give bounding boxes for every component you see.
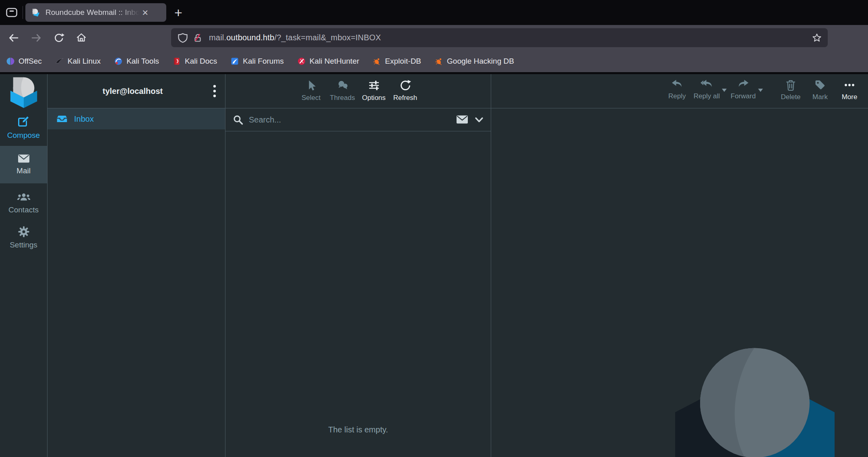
delete-button[interactable]: Delete — [778, 79, 804, 101]
refresh-button[interactable]: Refresh — [393, 79, 418, 108]
reload-button[interactable] — [52, 31, 66, 45]
bug-icon — [434, 57, 443, 66]
account-name: tyler@localhost — [48, 87, 204, 96]
browser-nav-bar: mail.outbound.htb/?_task=mail&_mbox=INBO… — [0, 25, 868, 50]
bookmark-kali-linux[interactable]: Kali Linux — [55, 57, 101, 66]
folder-pane: tyler@localhost Inbox — [48, 74, 225, 457]
url-bar[interactable]: mail.outbound.htb/?_task=mail&_mbox=INBO… — [171, 28, 828, 47]
folder-pane-header: tyler@localhost — [48, 74, 225, 108]
roundcube-watermark-logo — [667, 348, 844, 457]
tab-close-button[interactable]: × — [142, 7, 148, 18]
browser-tab-bar: Roundcube Webmail :: Inbox × + — [0, 0, 868, 25]
forward-icon — [31, 32, 42, 44]
trash-icon — [784, 79, 797, 91]
compose-icon — [17, 115, 30, 128]
browser-tab[interactable]: Roundcube Webmail :: Inbox × — [25, 3, 166, 22]
reply-all-icon — [700, 79, 713, 90]
mark-button[interactable]: Mark — [807, 79, 833, 101]
folder-actions-button[interactable] — [204, 84, 225, 98]
bookmark-google-hacking-db[interactable]: Google Hacking DB — [434, 57, 514, 66]
sidebar-item-label: Contacts — [8, 206, 39, 214]
list-toolbar: Select Threads Options Refresh — [225, 74, 491, 108]
more-button[interactable]: More — [837, 79, 862, 101]
kali-nethunter-icon — [297, 57, 306, 66]
kali-docs-icon — [172, 57, 181, 66]
bookmark-label: Kali Linux — [68, 57, 101, 66]
back-button[interactable] — [6, 31, 21, 45]
sidebar-item-settings[interactable]: Settings — [0, 223, 47, 251]
tag-icon — [814, 79, 826, 91]
content-toolbar: Reply Reply all Forward — [491, 74, 868, 108]
kebab-menu-icon — [213, 84, 217, 98]
empty-list-message: The list is empty. — [225, 425, 491, 434]
select-button[interactable]: Select — [298, 79, 324, 108]
contacts-icon — [17, 192, 31, 203]
firefox-view-icon — [6, 7, 18, 18]
bookmark-star-button[interactable] — [812, 33, 822, 43]
home-button[interactable] — [74, 31, 89, 45]
kali-tools-icon — [114, 57, 123, 66]
bookmark-label: Google Hacking DB — [447, 57, 514, 66]
bookmark-label: Kali NetHunter — [310, 57, 360, 66]
inbox-icon — [56, 114, 68, 124]
threads-button[interactable]: Threads — [330, 79, 355, 108]
search-bar — [225, 108, 491, 131]
chevron-down-icon — [475, 116, 484, 123]
firefox-view-button[interactable] — [2, 4, 21, 21]
options-sliders-icon — [368, 79, 380, 92]
message-list-body: The list is empty. — [225, 131, 491, 457]
bookmark-kali-nethunter[interactable]: Kali NetHunter — [297, 57, 360, 66]
reply-all-dropdown-button[interactable] — [722, 89, 727, 92]
url-domain: outbound.htb — [226, 33, 274, 42]
sidebar-item-contacts[interactable]: Contacts — [0, 190, 47, 216]
new-tab-button[interactable]: + — [174, 6, 182, 19]
bookmark-label: Exploit-DB — [385, 57, 421, 66]
sidebar-item-compose[interactable]: Compose — [0, 114, 47, 141]
reply-button[interactable]: Reply — [664, 79, 690, 100]
url-text: mail.outbound.htb/?_task=mail&_mbox=INBO… — [209, 33, 381, 42]
roundcube-app: Compose Mail Contacts Settings tyler@loc… — [0, 74, 868, 457]
select-cursor-icon — [305, 79, 318, 92]
message-content-pane: Reply Reply all Forward — [491, 74, 868, 457]
taskmenu-sidebar: Compose Mail Contacts Settings — [0, 74, 48, 457]
offsec-icon — [6, 57, 15, 66]
forward-button[interactable] — [29, 31, 43, 45]
reload-icon — [53, 32, 64, 44]
bookmark-offsec[interactable]: OffSec — [6, 57, 42, 66]
reply-all-button[interactable]: Reply all — [694, 79, 720, 100]
search-icon — [233, 114, 243, 125]
bookmark-label: Kali Forums — [243, 57, 283, 66]
options-button[interactable]: Options — [361, 79, 387, 108]
search-input[interactable] — [249, 115, 451, 125]
insecure-lock-icon[interactable] — [193, 33, 203, 43]
tracking-shield-icon[interactable] — [178, 33, 188, 43]
gear-icon — [18, 226, 30, 238]
roundcube-logo[interactable] — [0, 75, 47, 108]
bookmark-label: Kali Docs — [185, 57, 217, 66]
bookmark-kali-docs[interactable]: Kali Docs — [172, 57, 217, 66]
forward-button[interactable]: Forward — [730, 79, 756, 100]
tab-title: Roundcube Webmail :: Inbox — [45, 8, 141, 17]
kali-forums-icon — [230, 57, 239, 66]
bookmark-exploit-db[interactable]: Exploit-DB — [372, 57, 421, 66]
bookmark-kali-forums[interactable]: Kali Forums — [230, 57, 283, 66]
sidebar-item-label: Mail — [17, 166, 31, 175]
search-scope-button[interactable] — [456, 115, 484, 125]
home-icon — [76, 32, 87, 44]
bookmark-kali-tools[interactable]: Kali Tools — [114, 57, 159, 66]
envelope-icon — [456, 115, 468, 125]
sidebar-item-mail[interactable]: Mail — [0, 146, 47, 183]
ellipsis-icon — [843, 79, 856, 91]
folder-label: Inbox — [74, 114, 94, 124]
folder-item-inbox[interactable]: Inbox — [48, 108, 225, 129]
star-icon — [812, 33, 822, 43]
forward-dropdown-button[interactable] — [758, 89, 763, 92]
tab-separator — [23, 6, 23, 19]
url-path: /?_task=mail&_mbox=INBOX — [274, 33, 381, 42]
kali-linux-icon — [55, 57, 64, 66]
reply-icon — [671, 79, 684, 90]
bookmark-label: Kali Tools — [126, 57, 159, 66]
forward-icon — [737, 79, 750, 90]
threads-icon — [336, 79, 349, 92]
message-list-pane: Select Threads Options Refresh — [225, 74, 491, 457]
